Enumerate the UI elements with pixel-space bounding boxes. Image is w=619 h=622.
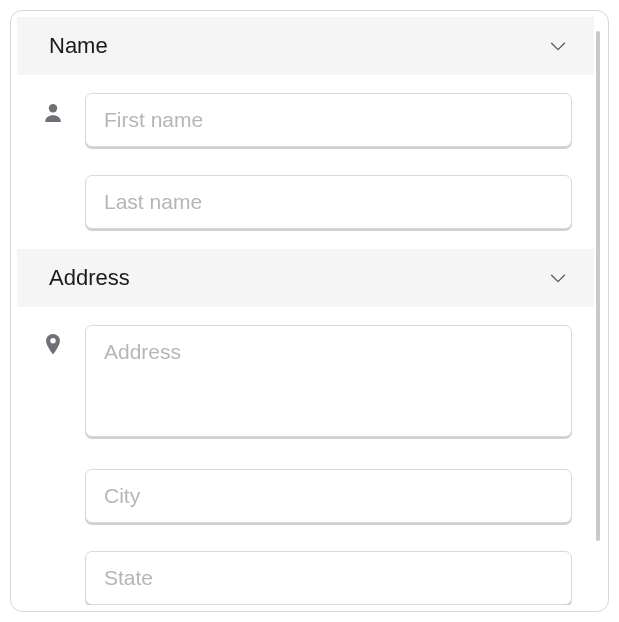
address-field-wrap bbox=[85, 325, 572, 441]
location-pin-icon bbox=[39, 331, 67, 359]
first-name-field[interactable] bbox=[85, 93, 572, 147]
row-state bbox=[39, 551, 572, 605]
state-field-wrap bbox=[85, 551, 572, 605]
first-name-field-wrap bbox=[85, 93, 572, 147]
chevron-down-icon bbox=[546, 34, 570, 58]
section-title-name: Name bbox=[49, 33, 108, 59]
section-header-name[interactable]: Name bbox=[17, 17, 594, 75]
address-field[interactable] bbox=[85, 325, 572, 437]
row-first-name bbox=[39, 93, 572, 147]
form-panel: Name bbox=[10, 10, 609, 612]
last-name-field-wrap bbox=[85, 175, 572, 229]
section-header-address[interactable]: Address bbox=[17, 249, 594, 307]
city-field-wrap bbox=[85, 469, 572, 523]
row-address bbox=[39, 325, 572, 441]
chevron-down-icon bbox=[546, 266, 570, 290]
last-name-field[interactable] bbox=[85, 175, 572, 229]
section-body-address bbox=[17, 307, 594, 605]
city-field[interactable] bbox=[85, 469, 572, 523]
row-city bbox=[39, 469, 572, 523]
person-icon bbox=[39, 99, 67, 127]
row-last-name bbox=[39, 175, 572, 229]
form-scroll-area[interactable]: Name bbox=[17, 17, 594, 605]
svg-point-0 bbox=[49, 104, 57, 112]
section-title-address: Address bbox=[49, 265, 130, 291]
scrollbar[interactable] bbox=[596, 31, 600, 541]
state-field[interactable] bbox=[85, 551, 572, 605]
svg-point-1 bbox=[50, 338, 56, 344]
section-body-name bbox=[17, 75, 594, 249]
